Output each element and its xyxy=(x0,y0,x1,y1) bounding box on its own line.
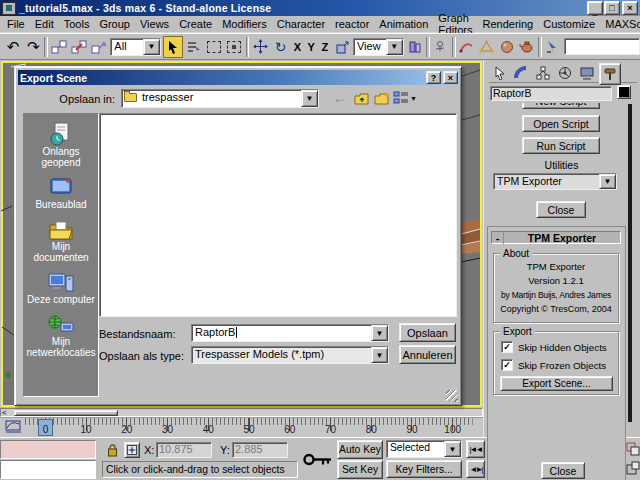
time-slider-handle[interactable] xyxy=(14,410,118,416)
dialog-help-button[interactable]: ? xyxy=(426,71,441,84)
set-key-button[interactable]: Set Key xyxy=(337,460,383,479)
maxscript-listener-pink[interactable] xyxy=(0,440,96,459)
panel-scrollbar[interactable] xyxy=(628,104,632,422)
skip-hidden-checkbox[interactable]: ✓ Skip Hidden Objects xyxy=(501,341,618,353)
key-filter-scope-arrow-icon[interactable]: ▼ xyxy=(444,441,461,457)
select-and-scale-icon[interactable] xyxy=(333,37,351,57)
menu-create[interactable]: Create xyxy=(174,17,217,31)
place-network[interactable]: Mijn netwerklocaties xyxy=(24,314,98,358)
current-frame-marker[interactable]: 0 xyxy=(38,419,53,436)
absolute-mode-toggle[interactable] xyxy=(124,442,140,458)
open-mini-curve-editor-icon[interactable] xyxy=(5,420,23,436)
menu-maxscript[interactable]: MAXScript xyxy=(600,17,640,31)
selection-filter-arrow-icon[interactable]: ▼ xyxy=(143,39,160,55)
filetype-dropdown[interactable]: Trespasser Models (*.tpm) ▼ xyxy=(191,346,389,364)
axis-x-button[interactable]: X xyxy=(292,37,304,57)
set-keys-button[interactable] xyxy=(302,446,334,472)
file-list[interactable] xyxy=(99,113,457,317)
rollout-header[interactable]: - TPM Exporter xyxy=(491,231,621,244)
key-filters-button[interactable]: Key Filters... xyxy=(386,460,462,478)
unlink-selection-icon[interactable] xyxy=(70,37,88,57)
render-scene-icon[interactable] xyxy=(518,37,536,57)
checkbox-check-icon[interactable]: ✓ xyxy=(501,359,513,371)
menu-views[interactable]: Views xyxy=(135,17,174,31)
select-and-rotate-icon[interactable]: ↻ xyxy=(271,37,289,57)
object-color-swatch[interactable] xyxy=(617,85,631,99)
place-recent[interactable]: Onlangs geopend xyxy=(24,122,98,168)
go-to-start-button[interactable]: |◄◄ xyxy=(466,440,485,458)
x-coord-field[interactable]: 10.875 xyxy=(156,442,212,458)
select-object-icon[interactable] xyxy=(163,36,183,58)
menu-rendering[interactable]: Rendering xyxy=(477,17,538,31)
menu-modifiers[interactable]: Modifiers xyxy=(217,17,272,31)
tab-create[interactable] xyxy=(489,63,509,83)
utility-dropdown[interactable]: TPM Exporter ▼ xyxy=(493,173,617,190)
selection-lock-toggle[interactable] xyxy=(104,442,120,458)
utility-dropdown-arrow-icon[interactable]: ▼ xyxy=(599,174,616,189)
time-slider-track[interactable]: < xyxy=(0,408,483,417)
select-and-move-icon[interactable] xyxy=(251,37,269,57)
undo-icon[interactable]: ↶ xyxy=(4,37,22,57)
min-max-toggle-icon[interactable] xyxy=(626,460,640,476)
maxscript-listener-white[interactable] xyxy=(0,460,96,479)
schematic-view-icon[interactable] xyxy=(478,37,496,57)
checkbox-check-icon[interactable]: ✓ xyxy=(501,341,513,353)
cancel-button[interactable]: Annuleren xyxy=(399,345,456,364)
rollout-close-button[interactable]: Close xyxy=(541,462,585,479)
save-button[interactable]: Opslaan xyxy=(399,323,456,342)
tab-modify[interactable] xyxy=(511,63,531,83)
window-crossing-icon[interactable] xyxy=(225,37,243,57)
skip-frozen-checkbox[interactable]: ✓ Skip Frozen Objects xyxy=(501,359,618,371)
tab-motion[interactable] xyxy=(555,63,575,83)
reference-coordsys-dropdown[interactable]: View ▼ xyxy=(353,38,404,56)
key-mode-toggle[interactable]: ◄►| xyxy=(466,460,485,478)
menu-group[interactable]: Group xyxy=(94,17,135,31)
close-button[interactable]: × xyxy=(622,1,638,15)
run-script-button[interactable]: Run Script xyxy=(522,137,600,154)
dialog-close-button[interactable]: × xyxy=(443,71,458,84)
time-slider-left-arrow-icon[interactable]: < xyxy=(2,409,7,417)
named-selection-sets-icon[interactable] xyxy=(544,37,562,57)
menu-animation[interactable]: Animation xyxy=(374,17,433,31)
tab-utilities[interactable] xyxy=(599,63,621,85)
menu-tools[interactable]: Tools xyxy=(59,17,95,31)
maximize-button[interactable]: □ xyxy=(604,1,620,15)
view-menu-icon[interactable]: ▼ xyxy=(393,89,419,107)
axis-z-button[interactable]: Z xyxy=(319,37,331,57)
y-coord-field[interactable]: 2.885 xyxy=(232,442,288,458)
utility-close-button[interactable]: Close xyxy=(536,201,586,218)
export-scene-button[interactable]: Export Scene... xyxy=(500,376,613,391)
curve-editor-icon[interactable] xyxy=(458,37,476,57)
menu-reactor[interactable]: reactor xyxy=(330,17,374,31)
minimize-button[interactable]: _ xyxy=(587,1,603,15)
place-desktop[interactable]: Bureaublad xyxy=(24,177,98,210)
use-pivot-center-icon[interactable] xyxy=(406,37,424,57)
object-name-field[interactable]: RaptorB xyxy=(490,86,612,101)
track-bar[interactable]: 0 10 20 30 40 50 60 70 80 90 100 0 xyxy=(0,417,483,437)
select-and-link-icon[interactable] xyxy=(50,37,68,57)
dialog-titlebar[interactable]: Export Scene ? × xyxy=(18,70,460,85)
up-one-level-icon[interactable] xyxy=(353,89,371,107)
window-titlebar[interactable]: _tutorial5.max - 3ds max 6 - Stand-alone… xyxy=(0,0,640,16)
auto-key-button[interactable]: Auto Key xyxy=(337,440,383,459)
save-in-arrow-icon[interactable]: ▼ xyxy=(301,90,318,107)
filename-field[interactable]: RaptorB ▼ xyxy=(191,324,389,342)
select-and-manipulate-icon[interactable] xyxy=(432,37,450,57)
open-script-button[interactable]: Open Script xyxy=(522,115,600,132)
material-editor-icon[interactable] xyxy=(498,37,516,57)
place-computer[interactable]: Deze computer xyxy=(24,272,98,305)
view-menu-arrow-icon[interactable]: ▼ xyxy=(410,95,417,102)
bind-to-space-warp-icon[interactable] xyxy=(90,37,108,57)
tab-display[interactable] xyxy=(577,63,597,83)
selection-filter-dropdown[interactable]: All ▼ xyxy=(110,38,161,56)
rollout-collapse-button[interactable]: - xyxy=(492,232,504,244)
rectangular-selection-region-icon[interactable] xyxy=(205,37,223,57)
zoom-extents-all-icon[interactable] xyxy=(626,441,640,457)
back-icon[interactable]: ← xyxy=(331,89,349,107)
filename-arrow-icon[interactable]: ▼ xyxy=(371,325,388,341)
menu-file[interactable]: File xyxy=(2,17,30,31)
reference-coordsys-arrow-icon[interactable]: ▼ xyxy=(386,39,403,55)
dialog-resize-grip[interactable] xyxy=(446,390,458,402)
menu-character[interactable]: Character xyxy=(272,17,330,31)
named-selection-input[interactable] xyxy=(564,38,640,55)
